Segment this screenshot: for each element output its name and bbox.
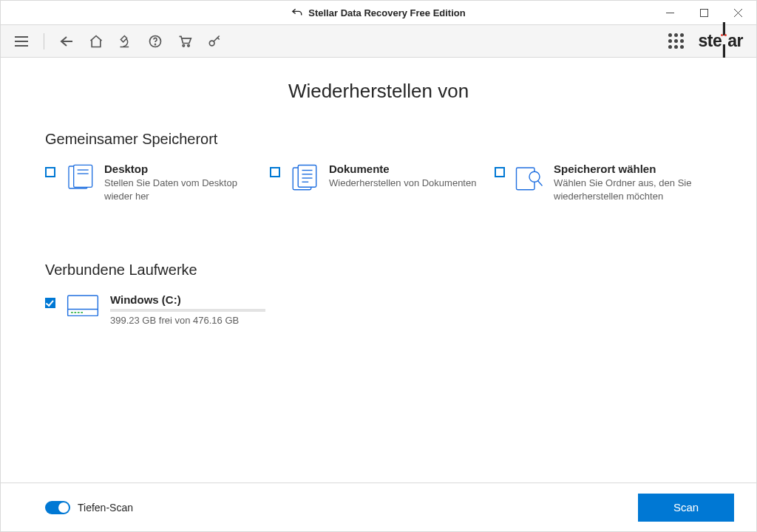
drives-list: Windows (C:) 399.23 GB frei von 476.16 G…: [45, 293, 712, 326]
checkbox-documents[interactable]: [270, 167, 280, 177]
hard-drive-icon: [66, 293, 100, 320]
app-window: Stellar Data Recovery Free Edition: [0, 0, 757, 532]
common-locations: Desktop Stellen Sie Daten vom Desktop wi…: [45, 163, 712, 202]
drive-usage-bar: [110, 309, 265, 312]
svg-rect-19: [298, 166, 316, 188]
undo-icon: [291, 7, 302, 18]
location-title: Dokumente: [329, 163, 476, 175]
svg-rect-15: [74, 165, 92, 187]
svg-rect-1: [700, 9, 707, 16]
help-icon[interactable]: [148, 34, 163, 49]
window-title: Stellar Data Recovery Free Edition: [308, 7, 465, 18]
apps-grid-icon[interactable]: [669, 34, 684, 49]
toggle-track: [45, 501, 70, 514]
location-documents[interactable]: Dokumente Wiederherstellen von Dokumente…: [270, 163, 487, 202]
connected-drives-heading: Verbundene Laufwerke: [45, 262, 712, 279]
brand-logo: stellar: [699, 20, 744, 62]
location-desktop[interactable]: Desktop Stellen Sie Daten vom Desktop wi…: [45, 163, 262, 202]
toolbar-separator: [44, 33, 44, 50]
svg-point-10: [155, 44, 156, 44]
svg-point-13: [209, 41, 214, 46]
microscope-icon[interactable]: [118, 34, 133, 49]
toolbar: stellar: [1, 25, 756, 58]
toggle-knob: [58, 502, 69, 513]
location-choose[interactable]: Speicherort wählen Wählen Sie Ordner aus…: [495, 163, 712, 202]
deep-scan-label: Tiefen-Scan: [78, 502, 133, 514]
checkbox-drive-c[interactable]: [45, 298, 55, 308]
location-subtitle: Stellen Sie Daten vom Desktop wieder her: [104, 177, 259, 202]
scan-button[interactable]: Scan: [638, 494, 734, 522]
cart-icon[interactable]: [177, 34, 192, 49]
drive-name: Windows (C:): [110, 293, 273, 306]
location-subtitle: Wiederherstellen von Dokumenten: [329, 177, 476, 190]
main-area: Wiederherstellen von Gemeinsamer Speiche…: [1, 58, 756, 482]
home-icon[interactable]: [89, 34, 103, 49]
footer: Tiefen-Scan Scan: [1, 482, 756, 531]
location-title: Speicherort wählen: [554, 163, 709, 175]
page-title: Wiederherstellen von: [45, 80, 712, 103]
drive-free-text: 399.23 GB frei von 476.16 GB: [110, 315, 273, 326]
key-icon[interactable]: [207, 34, 222, 49]
drive-item[interactable]: Windows (C:) 399.23 GB frei von 476.16 G…: [45, 293, 712, 326]
back-icon[interactable]: [59, 34, 74, 49]
desktop-icon: [64, 163, 95, 194]
svg-point-12: [188, 44, 190, 47]
deep-scan-toggle[interactable]: Tiefen-Scan: [45, 501, 133, 514]
svg-line-26: [537, 181, 542, 186]
location-title: Desktop: [104, 163, 259, 175]
menu-icon[interactable]: [14, 34, 29, 49]
location-subtitle: Wählen Sie Ordner aus, den Sie wiederher…: [554, 177, 709, 202]
checkbox-desktop[interactable]: [45, 167, 55, 177]
window-title-wrap: Stellar Data Recovery Free Edition: [0, 7, 757, 18]
common-locations-heading: Gemeinsamer Speicherort: [45, 131, 712, 148]
documents-icon: [289, 163, 320, 194]
svg-point-11: [183, 44, 185, 47]
titlebar: Stellar Data Recovery Free Edition: [1, 1, 756, 25]
checkbox-choose[interactable]: [495, 167, 505, 177]
folder-search-icon: [514, 163, 545, 194]
